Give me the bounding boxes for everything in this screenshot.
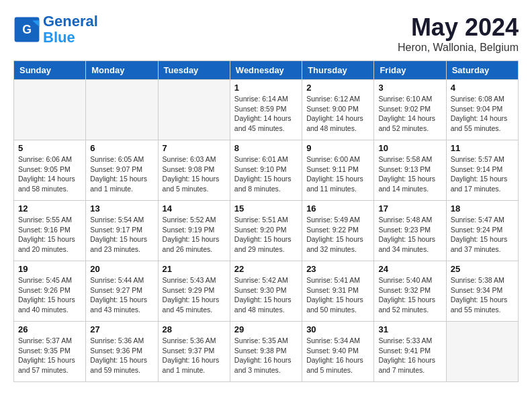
day-info: Sunrise: 5:41 AM Sunset: 9:31 PM Dayligh… [306, 275, 369, 315]
day-number: 24 [378, 264, 441, 274]
logo: G General Blue [13, 13, 98, 46]
day-info: Sunrise: 5:49 AM Sunset: 9:22 PM Dayligh… [306, 215, 369, 255]
week-row: 12Sunrise: 5:55 AM Sunset: 9:16 PM Dayli… [14, 201, 519, 261]
day-info: Sunrise: 5:38 AM Sunset: 9:34 PM Dayligh… [451, 275, 514, 315]
day-info: Sunrise: 6:10 AM Sunset: 9:02 PM Dayligh… [378, 94, 441, 134]
calendar-cell: 29Sunrise: 5:35 AM Sunset: 9:38 PM Dayli… [230, 322, 302, 382]
calendar-cell: 2Sunrise: 6:12 AM Sunset: 9:00 PM Daylig… [302, 80, 374, 140]
calendar-cell: 10Sunrise: 5:58 AM Sunset: 9:13 PM Dayli… [374, 140, 446, 201]
day-info: Sunrise: 5:35 AM Sunset: 9:38 PM Dayligh… [234, 336, 298, 375]
calendar-cell [446, 322, 518, 382]
day-info: Sunrise: 5:42 AM Sunset: 9:30 PM Dayligh… [234, 275, 298, 315]
day-number: 14 [163, 203, 226, 214]
week-row: 19Sunrise: 5:45 AM Sunset: 9:26 PM Dayli… [14, 261, 519, 322]
calendar-cell [158, 80, 230, 140]
day-info: Sunrise: 5:33 AM Sunset: 9:41 PM Dayligh… [378, 336, 441, 375]
calendar-cell: 21Sunrise: 5:43 AM Sunset: 9:29 PM Dayli… [158, 261, 230, 322]
day-info: Sunrise: 6:03 AM Sunset: 9:08 PM Dayligh… [163, 154, 226, 194]
logo-icon: G [13, 16, 40, 43]
day-number: 12 [18, 203, 81, 214]
svg-text:G: G [22, 23, 32, 36]
weekday-header: Monday [86, 61, 158, 80]
day-number: 7 [163, 143, 226, 153]
day-number: 9 [306, 143, 369, 153]
calendar-cell: 9Sunrise: 6:00 AM Sunset: 9:11 PM Daylig… [302, 140, 374, 201]
calendar-cell: 24Sunrise: 5:40 AM Sunset: 9:32 PM Dayli… [374, 261, 446, 322]
logo-line2: Blue [43, 29, 75, 46]
calendar-cell: 8Sunrise: 6:01 AM Sunset: 9:10 PM Daylig… [230, 140, 302, 201]
day-info: Sunrise: 6:01 AM Sunset: 9:10 PM Dayligh… [234, 154, 298, 194]
day-number: 29 [234, 324, 298, 334]
day-info: Sunrise: 6:00 AM Sunset: 9:11 PM Dayligh… [306, 154, 369, 194]
calendar-cell: 30Sunrise: 5:34 AM Sunset: 9:40 PM Dayli… [302, 322, 374, 382]
day-number: 31 [378, 324, 441, 334]
day-info: Sunrise: 5:58 AM Sunset: 9:13 PM Dayligh… [378, 154, 441, 194]
page-header: G General Blue May 2024 Heron, Wallonia,… [13, 13, 519, 54]
calendar-cell: 31Sunrise: 5:33 AM Sunset: 9:41 PM Dayli… [374, 322, 446, 382]
calendar-cell: 18Sunrise: 5:47 AM Sunset: 9:24 PM Dayli… [446, 201, 518, 261]
week-row: 5Sunrise: 6:06 AM Sunset: 9:05 PM Daylig… [14, 140, 519, 201]
day-info: Sunrise: 5:51 AM Sunset: 9:20 PM Dayligh… [234, 215, 298, 255]
day-info: Sunrise: 5:48 AM Sunset: 9:23 PM Dayligh… [378, 215, 441, 255]
day-number: 22 [234, 264, 298, 274]
logo-line1: General [43, 13, 98, 30]
calendar-cell: 28Sunrise: 5:36 AM Sunset: 9:37 PM Dayli… [158, 322, 230, 382]
day-number: 30 [306, 324, 369, 334]
day-info: Sunrise: 5:34 AM Sunset: 9:40 PM Dayligh… [306, 336, 369, 375]
day-info: Sunrise: 5:36 AM Sunset: 9:36 PM Dayligh… [90, 336, 153, 375]
day-info: Sunrise: 5:44 AM Sunset: 9:27 PM Dayligh… [90, 275, 153, 315]
logo-text: General Blue [43, 13, 98, 46]
day-number: 27 [90, 324, 153, 334]
calendar-cell: 22Sunrise: 5:42 AM Sunset: 9:30 PM Dayli… [230, 261, 302, 322]
day-number: 26 [18, 324, 81, 334]
weekday-header: Friday [374, 61, 446, 80]
day-number: 28 [163, 324, 226, 334]
calendar-cell: 23Sunrise: 5:41 AM Sunset: 9:31 PM Dayli… [302, 261, 374, 322]
day-number: 3 [378, 83, 441, 93]
calendar-cell: 17Sunrise: 5:48 AM Sunset: 9:23 PM Dayli… [374, 201, 446, 261]
location: Heron, Wallonia, Belgium [398, 42, 519, 54]
title-block: May 2024 Heron, Wallonia, Belgium [398, 13, 519, 54]
day-number: 5 [18, 143, 81, 153]
weekday-header: Wednesday [230, 61, 302, 80]
day-number: 18 [451, 203, 514, 214]
calendar-cell: 27Sunrise: 5:36 AM Sunset: 9:36 PM Dayli… [86, 322, 158, 382]
calendar-cell: 13Sunrise: 5:54 AM Sunset: 9:17 PM Dayli… [86, 201, 158, 261]
calendar-cell: 25Sunrise: 5:38 AM Sunset: 9:34 PM Dayli… [446, 261, 518, 322]
day-info: Sunrise: 5:57 AM Sunset: 9:14 PM Dayligh… [451, 154, 514, 194]
calendar-cell: 20Sunrise: 5:44 AM Sunset: 9:27 PM Dayli… [86, 261, 158, 322]
weekday-header: Sunday [14, 61, 86, 80]
day-info: Sunrise: 6:06 AM Sunset: 9:05 PM Dayligh… [18, 154, 81, 194]
day-number: 21 [163, 264, 226, 274]
calendar-cell: 4Sunrise: 6:08 AM Sunset: 9:04 PM Daylig… [446, 80, 518, 140]
calendar-cell: 7Sunrise: 6:03 AM Sunset: 9:08 PM Daylig… [158, 140, 230, 201]
calendar-cell: 1Sunrise: 6:14 AM Sunset: 8:59 PM Daylig… [230, 80, 302, 140]
month-year: May 2024 [398, 13, 519, 42]
day-info: Sunrise: 5:40 AM Sunset: 9:32 PM Dayligh… [378, 275, 441, 315]
day-number: 17 [378, 203, 441, 214]
weekday-header: Saturday [446, 61, 518, 80]
day-info: Sunrise: 5:55 AM Sunset: 9:16 PM Dayligh… [18, 215, 81, 255]
day-number: 23 [306, 264, 369, 274]
day-number: 19 [18, 264, 81, 274]
day-info: Sunrise: 6:08 AM Sunset: 9:04 PM Dayligh… [451, 94, 514, 134]
day-number: 13 [90, 203, 153, 214]
calendar-cell: 3Sunrise: 6:10 AM Sunset: 9:02 PM Daylig… [374, 80, 446, 140]
day-number: 10 [378, 143, 441, 153]
day-number: 11 [451, 143, 514, 153]
day-number: 20 [90, 264, 153, 274]
day-number: 4 [451, 83, 514, 93]
calendar-table: SundayMondayTuesdayWednesdayThursdayFrid… [13, 60, 519, 382]
week-row: 1Sunrise: 6:14 AM Sunset: 8:59 PM Daylig… [14, 80, 519, 140]
day-info: Sunrise: 6:14 AM Sunset: 8:59 PM Dayligh… [234, 94, 298, 134]
day-info: Sunrise: 5:43 AM Sunset: 9:29 PM Dayligh… [163, 275, 226, 315]
calendar-cell: 19Sunrise: 5:45 AM Sunset: 9:26 PM Dayli… [14, 261, 86, 322]
day-info: Sunrise: 6:12 AM Sunset: 9:00 PM Dayligh… [306, 94, 369, 134]
day-number: 8 [234, 143, 298, 153]
calendar-cell: 15Sunrise: 5:51 AM Sunset: 9:20 PM Dayli… [230, 201, 302, 261]
weekday-header: Thursday [302, 61, 374, 80]
day-number: 15 [234, 203, 298, 214]
day-number: 16 [306, 203, 369, 214]
calendar-cell: 14Sunrise: 5:52 AM Sunset: 9:19 PM Dayli… [158, 201, 230, 261]
weekday-header: Tuesday [158, 61, 230, 80]
